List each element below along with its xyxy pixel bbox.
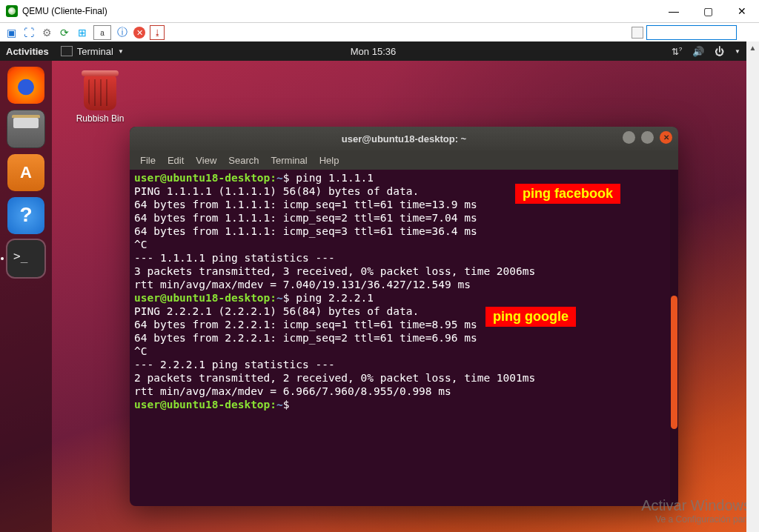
- dock-terminal-icon[interactable]: [7, 240, 44, 277]
- chevron-down-icon: ▼: [118, 48, 124, 55]
- terminal-cmd: ping 1.1.1.1: [296, 172, 374, 184]
- toolbar-indicator: [632, 27, 643, 39]
- terminal-line: rtt min/avg/max/mdev = 7.040/19.131/36.4…: [134, 279, 471, 290]
- host-vertical-scrollbar[interactable]: ▲: [746, 41, 759, 532]
- chevron-down-icon: ▼: [735, 48, 740, 55]
- vm-viewport: Activities Terminal ▼ Mon 15:36 ⇅? 🔊 ⏻ ▼: [0, 41, 746, 532]
- terminal-line: 64 bytes from 1.1.1.1: icmp_seq=2 ttl=61…: [134, 212, 477, 224]
- terminal-line: PING 2.2.2.1 (2.2.2.1) 56(84) bytes of d…: [134, 305, 419, 317]
- toolbar-gear-icon[interactable]: ⚙: [40, 26, 53, 39]
- annotation-ping-facebook: ping facebook: [515, 184, 620, 204]
- watermark-line2: Ve a Configuración para: [641, 514, 746, 525]
- terminal-body[interactable]: user@ubuntu18-desktop:~$ ping 1.1.1.1 PI…: [130, 170, 678, 506]
- menu-view[interactable]: View: [191, 153, 221, 167]
- volume-icon[interactable]: 🔊: [692, 46, 704, 57]
- dock-files-icon[interactable]: [7, 110, 45, 148]
- toolbar-download-icon[interactable]: ⭳: [150, 25, 165, 40]
- terminal-close-button[interactable]: ✕: [660, 131, 672, 144]
- ubuntu-desktop[interactable]: Activities Terminal ▼ Mon 15:36 ⇅? 🔊 ⏻ ▼: [0, 41, 746, 532]
- app-menu-label: Terminal: [77, 46, 113, 57]
- menu-terminal[interactable]: Terminal: [267, 153, 312, 167]
- windows-titlebar: QEMU (Cliente-Final) — ▢ ✕: [0, 0, 759, 23]
- trash-desktop-icon[interactable]: Rubbish Bin: [70, 75, 130, 124]
- dock-software-icon[interactable]: [7, 154, 44, 191]
- windows-minimize-button[interactable]: —: [657, 0, 691, 22]
- terminal-menubar: File Edit View Search Terminal Help: [130, 150, 678, 170]
- terminal-line: 64 bytes from 1.1.1.1: icmp_seq=1 ttl=61…: [134, 199, 477, 210]
- toolbar-windows-icon[interactable]: ⊞: [76, 26, 89, 39]
- menu-edit[interactable]: Edit: [163, 153, 188, 167]
- qemu-toolbar: ▣ ⛶ ⚙ ⟳ ⊞ a ⓘ ✕ ⭳: [0, 23, 759, 43]
- terminal-line: 64 bytes from 1.1.1.1: icmp_seq=3 ttl=61…: [134, 225, 477, 237]
- activities-button[interactable]: Activities: [6, 46, 49, 57]
- terminal-line: ^C: [134, 345, 147, 357]
- annotation-ping-google: ping google: [485, 307, 576, 327]
- terminal-prompt: user@ubuntu18-desktop:: [134, 399, 276, 410]
- gnome-dock: [0, 61, 52, 532]
- status-area[interactable]: ⇅? 🔊 ⏻ ▼: [672, 46, 740, 57]
- menu-file[interactable]: File: [136, 153, 160, 167]
- terminal-line: PING 1.1.1.1 (1.1.1.1) 56(84) bytes of d…: [134, 185, 419, 197]
- windows-controls: — ▢ ✕: [657, 0, 759, 22]
- terminal-scroll-thumb[interactable]: [671, 296, 677, 429]
- toolbar-fullscreen-icon[interactable]: ⛶: [22, 26, 36, 39]
- toolbar-refresh-icon[interactable]: ⟳: [58, 26, 71, 39]
- gnome-topbar: Activities Terminal ▼ Mon 15:36 ⇅? 🔊 ⏻ ▼: [0, 41, 746, 61]
- terminal-line: rtt min/avg/max/mdev = 6.966/7.960/8.955…: [134, 385, 451, 397]
- terminal-line: ^C: [134, 239, 147, 250]
- toolbar-doc-icon[interactable]: a: [93, 25, 111, 40]
- dock-help-icon[interactable]: [7, 197, 44, 234]
- qemu-toolbar-textbox[interactable]: [646, 25, 737, 40]
- terminal-scrollbar[interactable]: [670, 170, 678, 506]
- terminal-titlebar[interactable]: user@ubuntu18-desktop: ~ ✕: [130, 127, 678, 150]
- terminal-cmd: ping 2.2.2.1: [296, 292, 374, 304]
- dock-firefox-icon[interactable]: [7, 67, 44, 104]
- clock[interactable]: Mon 15:36: [351, 46, 396, 57]
- terminal-prompt: user@ubuntu18-desktop:: [134, 292, 276, 304]
- terminal-maximize-button[interactable]: [641, 131, 654, 144]
- menu-search[interactable]: Search: [224, 153, 263, 167]
- terminal-line: 3 packets transmitted, 3 received, 0% pa…: [134, 265, 535, 277]
- terminal-mini-icon: [61, 46, 73, 56]
- trash-icon: [84, 75, 116, 110]
- network-icon[interactable]: ⇅?: [672, 46, 682, 57]
- terminal-line: 64 bytes from 2.2.2.1: icmp_seq=2 ttl=61…: [134, 332, 477, 344]
- power-icon[interactable]: ⏻: [715, 46, 724, 57]
- app-menu-button[interactable]: Terminal ▼: [61, 46, 124, 57]
- toolbar-stop-icon[interactable]: ✕: [133, 27, 145, 39]
- menu-help[interactable]: Help: [315, 153, 344, 167]
- trash-label: Rubbish Bin: [70, 113, 130, 124]
- scroll-up-arrow-icon[interactable]: ▲: [746, 41, 759, 54]
- windows-title: QEMU (Cliente-Final): [22, 6, 107, 16]
- toolbar-info-icon[interactable]: ⓘ: [116, 26, 129, 39]
- terminal-minimize-button[interactable]: [623, 131, 635, 144]
- terminal-line: 64 bytes from 2.2.2.1: icmp_seq=1 ttl=61…: [134, 319, 477, 330]
- terminal-line: --- 1.1.1.1 ping statistics ---: [134, 252, 335, 264]
- terminal-line: 2 packets transmitted, 2 received, 0% pa…: [134, 372, 535, 384]
- qemu-icon: [6, 5, 18, 17]
- terminal-title: user@ubuntu18-desktop: ~: [342, 133, 466, 144]
- windows-maximize-button[interactable]: ▢: [691, 0, 725, 22]
- windows-close-button[interactable]: ✕: [725, 0, 759, 22]
- terminal-prompt: user@ubuntu18-desktop:: [134, 172, 276, 184]
- terminal-line: --- 2.2.2.1 ping statistics ---: [134, 359, 335, 370]
- toolbar-monitor-icon[interactable]: ▣: [4, 26, 18, 39]
